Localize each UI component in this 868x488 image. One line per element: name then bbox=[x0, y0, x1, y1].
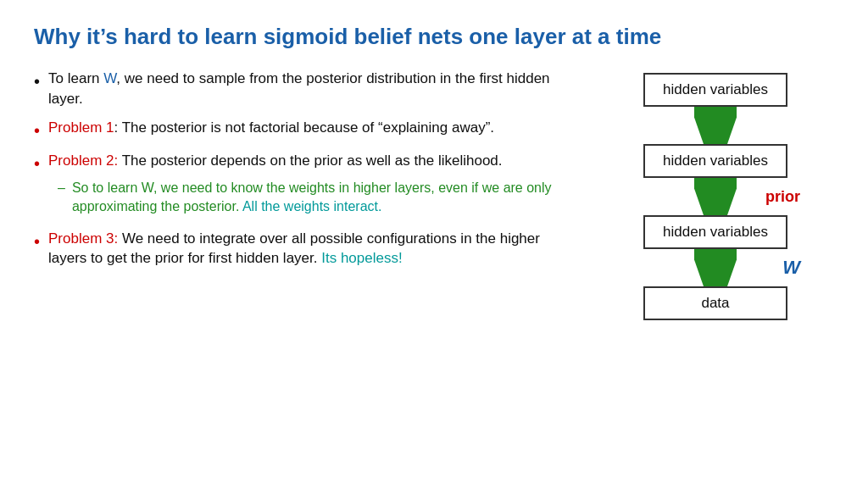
right-panel: hidden variables hidden variables bbox=[597, 69, 834, 471]
sub-item-3-1: – So to learn W, we need to know the wei… bbox=[58, 179, 571, 217]
problem-3-label: Problem 3: bbox=[48, 230, 118, 247]
bullet-3-text: Problem 2: The posterior depends on the … bbox=[48, 151, 503, 171]
slide: Why it’s hard to learn sigmoid belief ne… bbox=[0, 0, 868, 488]
diagram-box-2: hidden variables bbox=[643, 144, 787, 178]
diagram-box-1: hidden variables bbox=[643, 73, 787, 107]
bullet-1: • bbox=[34, 69, 40, 93]
sub-list-3: – So to learn W, we need to know the wei… bbox=[58, 179, 571, 220]
left-panel: • To learn W, we need to sample from the… bbox=[34, 69, 580, 471]
w-label-1: W bbox=[103, 70, 116, 86]
list-item-1: • To learn W, we need to sample from the… bbox=[34, 69, 571, 109]
diagram-box-3: hidden variables bbox=[643, 215, 787, 249]
bullet-4: • bbox=[34, 230, 40, 253]
prior-label: prior bbox=[765, 188, 800, 206]
w-label-diagram: W bbox=[782, 257, 800, 279]
bullet-list: • To learn W, we need to sample from the… bbox=[34, 69, 571, 269]
diagram-box-4: data bbox=[643, 286, 787, 320]
content-area: • To learn W, we need to sample from the… bbox=[34, 69, 834, 471]
bullet-1-text: To learn W, we need to sample from the p… bbox=[48, 69, 571, 109]
sub-text-3-1: So to learn W, we need to know the weigh… bbox=[72, 179, 571, 217]
list-item-4: • Problem 3: We need to integrate over a… bbox=[34, 229, 571, 269]
bullet-2-text: Problem 1: The posterior is not factoria… bbox=[48, 118, 494, 138]
hopeless-text: Its hopeless! bbox=[321, 250, 402, 266]
arrow-1-svg bbox=[694, 107, 737, 144]
slide-title: Why it’s hard to learn sigmoid belief ne… bbox=[34, 24, 834, 50]
list-item-3: • Problem 2: The posterior depends on th… bbox=[34, 151, 571, 220]
all-weights-text: All the weights interact. bbox=[242, 199, 382, 214]
bullet-2: • bbox=[34, 119, 40, 142]
problem-1-label: Problem 1 bbox=[48, 119, 114, 136]
arrow-2-svg bbox=[694, 178, 737, 215]
problem-2-label: Problem 2: bbox=[48, 152, 118, 169]
arrow-container-3: W bbox=[622, 249, 809, 286]
arrow-container-2: prior bbox=[622, 178, 809, 215]
bullet-4-text: Problem 3: We need to integrate over all… bbox=[48, 229, 571, 269]
dash-icon: – bbox=[58, 179, 65, 197]
bullet-3: • bbox=[34, 152, 40, 175]
arrow-3-svg bbox=[694, 249, 737, 286]
list-item-2: • Problem 1: The posterior is not factor… bbox=[34, 118, 571, 142]
arrow-container-1 bbox=[694, 107, 737, 144]
